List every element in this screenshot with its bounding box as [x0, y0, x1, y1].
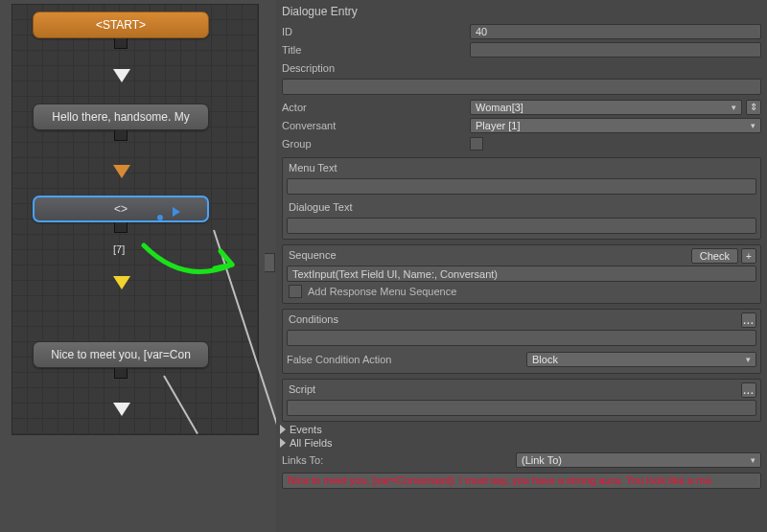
arrow-icon: [113, 403, 130, 416]
add-response-checkbox[interactable]: [289, 285, 302, 298]
arrow-icon: [113, 165, 130, 178]
link-stub: [114, 222, 128, 233]
foldout-icon: [280, 425, 286, 434]
check-button[interactable]: Check: [691, 248, 738, 264]
linksto-label: Links To:: [282, 454, 512, 466]
description-field[interactable]: [282, 79, 761, 95]
events-foldout[interactable]: Events: [276, 422, 767, 435]
title-label: Title: [282, 44, 466, 56]
script-label: Script: [287, 382, 315, 398]
menutext-field[interactable]: [287, 178, 756, 195]
sequence-label: Sequence: [287, 248, 337, 264]
actor-stepper[interactable]: ⇕: [746, 100, 761, 115]
actor-dropdown[interactable]: Woman[3]: [470, 100, 742, 115]
description-label: Description: [282, 62, 466, 74]
inspector-panel: Dialogue Entry ID 40 Title Description A…: [276, 0, 767, 532]
falsecond-label: False Condition Action: [287, 354, 523, 365]
conversant-dropdown[interactable]: Player [1]: [470, 118, 761, 133]
script-field[interactable]: [287, 400, 756, 416]
actor-label: Actor: [282, 102, 466, 113]
script-edit-button[interactable]: ...: [741, 382, 756, 398]
sequence-field[interactable]: TextInput(Text Field UI, Name:, Conversa…: [287, 266, 756, 282]
sequence-section: Sequence Check + TextInput(Text Field UI…: [282, 244, 761, 304]
link-stub: [114, 38, 128, 49]
script-section: Script ...: [282, 379, 761, 422]
dialogue-node-selected[interactable]: <>: [33, 196, 209, 222]
priority-label: [7]: [113, 243, 125, 255]
dialogue-graph[interactable]: <START> Hello there, handsome. My <> [7]…: [12, 4, 259, 435]
arrow-icon: [113, 69, 130, 82]
id-field[interactable]: 40: [470, 24, 761, 39]
conditions-section: Conditions ... False Condition Action Bl…: [282, 309, 761, 374]
menutext-section: Menu Text Dialogue Text: [282, 157, 761, 240]
linksto-dropdown[interactable]: (Link To): [516, 452, 761, 468]
dialogue-node[interactable]: Hello there, handsome. My: [33, 104, 209, 130]
conversant-label: Conversant: [282, 120, 466, 131]
allfields-foldout[interactable]: All Fields: [276, 435, 767, 449]
node-label: <>: [114, 202, 128, 216]
group-label: Group: [282, 138, 466, 150]
group-checkbox[interactable]: [470, 137, 483, 150]
sequence-indicator-icon: [157, 215, 163, 220]
foldout-icon: [280, 438, 286, 448]
dialoguetext-field[interactable]: [287, 218, 756, 234]
panel-divider[interactable]: [263, 0, 276, 532]
menutext-label: Menu Text: [287, 161, 756, 176]
arrow-icon: [113, 276, 130, 289]
conditions-edit-button[interactable]: ...: [741, 312, 756, 328]
link-stub: [114, 130, 128, 141]
link-stub: [114, 368, 128, 379]
id-label: ID: [282, 26, 466, 37]
annotation-arrow-icon: [136, 238, 251, 286]
inspector-header: Dialogue Entry: [276, 3, 767, 22]
link-entry[interactable]: Nice to meet you, [var=Conversant]. I mu…: [282, 473, 761, 489]
play-icon: [173, 207, 180, 217]
link-line: [163, 376, 198, 435]
start-node[interactable]: <START>: [33, 12, 209, 38]
title-field[interactable]: [470, 42, 761, 58]
falsecond-dropdown[interactable]: Block: [526, 352, 756, 367]
add-response-label: Add Response Menu Sequence: [308, 286, 456, 297]
conditions-field[interactable]: [287, 330, 756, 346]
conditions-label: Conditions: [287, 312, 338, 328]
dialogue-node[interactable]: Nice to meet you, [var=Con: [33, 341, 209, 368]
add-sequence-button[interactable]: +: [741, 248, 756, 264]
dialoguetext-label: Dialogue Text: [287, 200, 756, 216]
